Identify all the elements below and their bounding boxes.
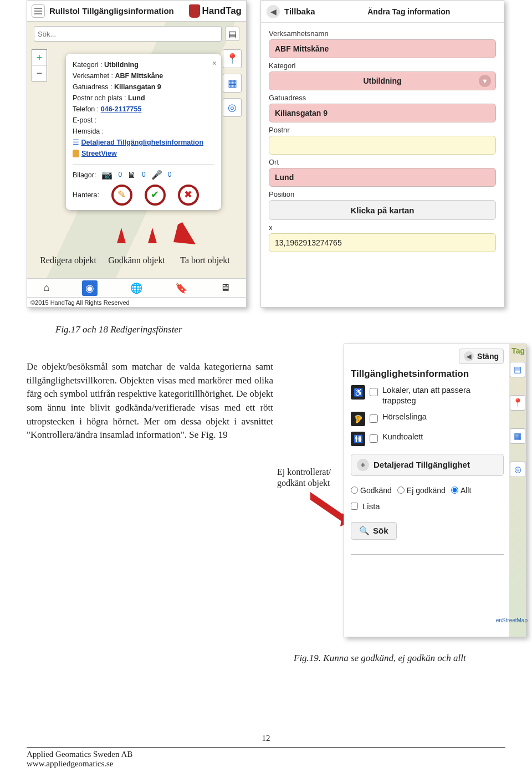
brand-tag: Tag <box>511 346 525 355</box>
phone-link[interactable]: 046-2117755 <box>101 105 142 113</box>
filter-option-3: 🚻 Kundtoalett <box>351 432 504 446</box>
grid-icon[interactable]: ▦ <box>510 428 525 444</box>
device-icon[interactable]: 🖥 <box>220 282 230 294</box>
checkbox-2[interactable] <box>370 414 378 423</box>
arrow-icon <box>148 228 157 243</box>
close-icon: ◀ <box>464 351 474 361</box>
label-ort: Ort <box>269 158 496 166</box>
mic-icon: 🎤 <box>151 168 162 182</box>
edit-button[interactable]: ✎ <box>111 185 132 206</box>
map-strip: Tag ▤ 📍 ▦ ◎ enStreetMap <box>509 344 526 637</box>
checkbox-3[interactable] <box>370 434 378 443</box>
label-postnr: Postnr <box>269 126 496 134</box>
page-number: 12 <box>262 734 270 743</box>
field-ort[interactable]: Lund <box>269 168 496 187</box>
map-side-toolbar: 📍 ▦ ◎ <box>223 49 242 117</box>
callout-delete: Ta bort objekt <box>175 255 236 266</box>
radio-godkand[interactable]: Godkänd <box>351 486 392 495</box>
crest-icon <box>189 4 200 18</box>
label-verk: Verksamhetsnamn <box>269 29 496 38</box>
brand-logo: HandTag <box>189 4 242 18</box>
page-footer: 12 Applied Geomatics Sweden AB www.appli… <box>27 747 505 769</box>
callout-edit: Redigera objekt <box>38 255 99 266</box>
pin-icon[interactable]: 📍 <box>223 49 242 68</box>
checkbox-lista[interactable] <box>351 503 358 510</box>
map-click-button[interactable]: Klicka på kartan <box>269 200 496 220</box>
search-button[interactable]: 🔍 Sök <box>351 522 397 540</box>
filter-screenshot: Tag ▤ 📍 ▦ ◎ enStreetMap ◀ Stäng Tillgäng… <box>344 344 526 637</box>
radio-allt[interactable]: Allt <box>451 486 471 495</box>
streetview-link[interactable]: StreetView <box>73 148 117 159</box>
zoom-controls[interactable]: + − <box>32 49 47 81</box>
figure-caption-17: Fig.17 och 18 Redigeringsfönster <box>55 324 182 335</box>
filter-option-1: ♿ Lokaler, utan att passera trappsteg <box>351 385 504 406</box>
hearing-icon: 🦻 <box>351 412 365 426</box>
layers-icon[interactable]: ▤ <box>510 362 525 377</box>
search-bar: ▤ <box>30 23 243 45</box>
status-radios: Godkänd Ej godkänd Allt <box>351 486 504 495</box>
zoom-out-button[interactable]: − <box>32 65 47 81</box>
label-gatuadress: Gatuadress <box>269 94 496 102</box>
callout-labels: Redigera objekt Godkänn objekt Ta bort o… <box>27 255 247 266</box>
toilet-icon: 🚻 <box>351 432 365 446</box>
bookmark-icon[interactable]: 🔖 <box>175 282 187 294</box>
delete-button[interactable]: ✖ <box>178 185 199 206</box>
wheelchair-icon: ♿ <box>351 385 365 400</box>
field-verk[interactable]: ABF Mittskåne <box>269 39 496 58</box>
label-x: x <box>269 223 496 232</box>
layers-icon[interactable]: ▤ <box>225 27 239 41</box>
info-popup: × Kategori : Utbildning Verksamhet : ABF… <box>66 54 221 210</box>
home-icon[interactable]: ⌂ <box>43 282 49 294</box>
approve-button[interactable]: ✔ <box>145 185 166 206</box>
lista-option: Lista <box>351 501 504 511</box>
close-icon[interactable]: × <box>212 57 217 69</box>
back-label[interactable]: Tillbaka <box>284 7 315 16</box>
back-icon[interactable]: ◀ <box>267 5 280 18</box>
detailed-button[interactable]: + Detaljerad Tillgänglighet <box>351 454 504 476</box>
arrow-icon <box>117 228 126 243</box>
manage-row: Hantera: ✎ ✔ ✖ <box>73 185 214 206</box>
plus-icon: + <box>357 459 369 471</box>
pin-icon[interactable]: 📍 <box>510 395 525 411</box>
app-title: Rullstol Tillgängligsinformation <box>49 6 174 16</box>
document-icon: 🗎 <box>127 168 136 182</box>
radio-ej-godkand[interactable]: Ej godkänd <box>397 486 446 495</box>
filter-option-2: 🦻 Hörselslinga <box>351 412 504 426</box>
menu-icon[interactable] <box>32 4 45 18</box>
divider <box>351 554 504 555</box>
filter-heading: Tillgänglighetsinformation <box>351 368 504 380</box>
grid-icon[interactable]: ▦ <box>223 74 242 93</box>
copyright-text: ©2015 HandTag All Rights Reserved <box>27 297 246 307</box>
chevron-down-icon: ▾ <box>479 75 491 87</box>
field-postnr[interactable] <box>269 136 496 155</box>
svg-marker-0 <box>173 222 196 244</box>
close-button[interactable]: ◀ Stäng <box>459 349 504 364</box>
callout-approve: Godkänn objekt <box>106 255 167 266</box>
body-paragraph: De objekt/besöksmål som matchar de valda… <box>27 360 273 442</box>
camera-icon: 📷 <box>101 168 112 182</box>
bottom-toolbar: ⌂ ◉ 🌐 🔖 🖥 <box>27 278 246 297</box>
target-icon[interactable]: ◎ <box>223 98 242 117</box>
field-kategori[interactable]: Utbildning ▾ <box>269 71 496 90</box>
form-title: Ändra Tag information <box>320 7 498 16</box>
form-topbar: ◀ Tillbaka Ändra Tag information <box>261 1 504 23</box>
globe-icon[interactable]: 🌐 <box>130 282 142 294</box>
detail-link[interactable]: Detaljerad Tillgänglighetsinformation <box>81 139 203 146</box>
checkbox-1[interactable] <box>370 388 378 396</box>
location-icon[interactable]: ◉ <box>82 280 98 296</box>
label-kategori: Kategori <box>269 62 496 70</box>
zoom-in-button[interactable]: + <box>32 50 47 65</box>
attachments-row: Bilagor: 📷0 🗎0 🎤0 <box>73 168 214 182</box>
field-x[interactable]: 13,1962913274765 <box>269 233 496 252</box>
footer-org: Applied Geomatics Sweden AB <box>27 750 505 759</box>
target-icon[interactable]: ◎ <box>510 462 525 477</box>
search-icon: 🔍 <box>359 526 370 536</box>
label-position: Position <box>269 190 496 198</box>
footer-url: www.appliedgeomatics.se <box>27 759 505 769</box>
search-input[interactable] <box>34 26 222 42</box>
field-gatuadress[interactable]: Kiliansgatan 9 <box>269 104 496 122</box>
edit-form-screenshot: ◀ Tillbaka Ändra Tag information Verksam… <box>260 0 504 308</box>
app-topbar: Rullstol Tillgängligsinformation HandTag <box>27 1 246 22</box>
arrow-icon <box>173 222 196 244</box>
list-icon: ☰ <box>73 139 81 146</box>
